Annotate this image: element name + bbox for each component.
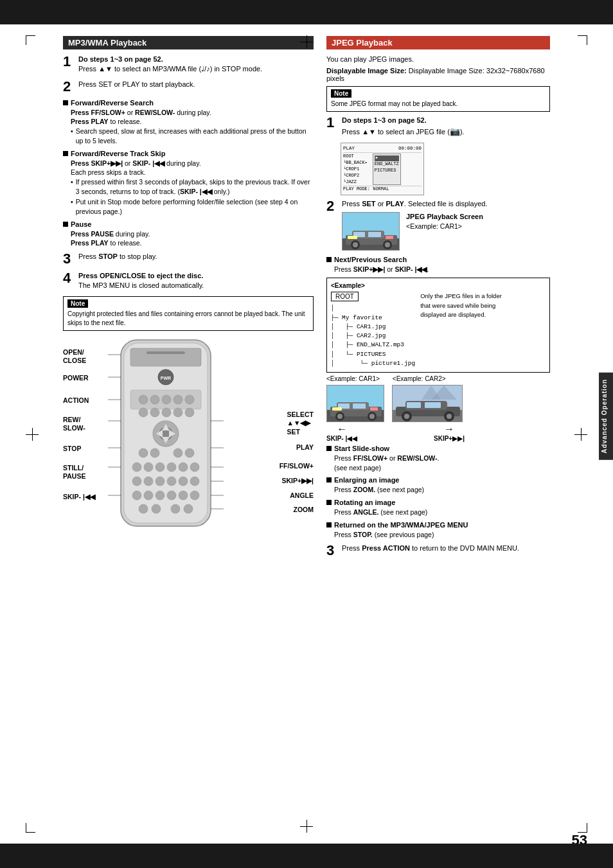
bullet-sq-jpeg-3 (326, 477, 332, 483)
svg-rect-2 (130, 348, 201, 366)
mp3-track-skip-bullet2: Put unit in Stop mode before performing … (71, 197, 314, 216)
svg-point-24 (150, 448, 159, 457)
svg-rect-73 (386, 236, 393, 239)
mp3-fwd-rev-search-body: Press FF/SLOW+ or REW/SLOW- during play.… (71, 108, 314, 146)
svg-point-14 (162, 408, 171, 417)
svg-point-31 (179, 463, 188, 472)
jpeg-step1: 1 Do steps 1~3 on page 52. Press ▲▼ to s… (326, 116, 550, 137)
svg-point-79 (337, 414, 342, 419)
jpeg-menu-screen: PLAY00:00:00 ROOT └BB_BACK• └CROP1 └CROP… (341, 143, 550, 195)
svg-point-7 (139, 395, 148, 404)
svg-point-47 (171, 504, 180, 513)
svg-point-93 (447, 414, 452, 419)
jpeg-example-label: <Example> (331, 282, 546, 289)
label-open-close: OPEN/CLOSE (63, 348, 86, 366)
svg-point-23 (139, 448, 148, 457)
jpeg-car-example-labels: <Example: CAR1> <Example: CAR2> (326, 375, 550, 382)
jpeg-return-title-text: Returned on the MP3/WMA/JPEG MENU (334, 521, 468, 529)
jpeg-skip-back-label: SKIP- |◀◀ (326, 435, 357, 442)
corner-mark-bl (26, 823, 35, 833)
bottom-bar (0, 844, 613, 868)
label-play: PLAY (296, 443, 314, 451)
svg-point-10 (173, 395, 182, 404)
mp3-track-skip-text: Press SKIP+▶▶| or SKIP- |◀◀ during play.… (71, 159, 314, 177)
jpeg-car1-thumb (326, 385, 384, 422)
jpeg-enlarge-title-text: Enlarging an image (334, 476, 399, 484)
remote-diagram: OPEN/CLOSE POWER ACTION REW/SLOW- STOP S… (63, 339, 314, 531)
mp3-pause-body: Press PAUSE during play. Press PLAY to r… (71, 229, 314, 248)
jpeg-next-prev-title: Next/Previous Search (326, 256, 550, 263)
svg-point-48 (184, 504, 193, 513)
label-stop: STOP (63, 445, 81, 452)
mp3-step1-content: Do steps 1~3 on page 52. Press ▲▼ to sel… (78, 55, 314, 75)
mp3-step1-text: Press ▲▼ to select an MP3/WMA file (♩/♪)… (78, 65, 262, 73)
jpeg-step2-num: 2 (326, 199, 338, 213)
jpeg-file-tree: ROOT │ ├─ My favorite │ ├─ CAR1.jpg │ ├─… (331, 292, 415, 368)
mp3-note: Note Copyright protected files and files… (63, 296, 314, 331)
jpeg-enlarge: Enlarging an image Press ZOOM. (see next… (326, 476, 550, 495)
jpeg-next-prev: Next/Previous Search Press SKIP+▶▶| or S… (326, 256, 550, 274)
mp3-step2-num: 2 (63, 80, 75, 94)
svg-point-28 (144, 463, 153, 472)
bullet-sq-1 (63, 100, 68, 105)
cross-top (300, 35, 313, 48)
jpeg-rotate: Rotating an image Press ANGLE. (see next… (326, 499, 550, 517)
mp3-step1: 1 Do steps 1~3 on page 52. Press ▲▼ to s… (63, 55, 314, 75)
jpeg-car2-label: <Example: CAR2> (393, 375, 446, 382)
jpeg-return-title: Returned on the MP3/WMA/JPEG MENU (326, 521, 550, 529)
jpeg-return: Returned on the MP3/WMA/JPEG MENU Press … (326, 521, 550, 540)
jpeg-example-layout: ROOT │ ├─ My favorite │ ├─ CAR1.jpg │ ├─… (331, 292, 546, 368)
side-tab: Advanced Operation (599, 373, 613, 460)
jpeg-step1-num: 1 (326, 116, 338, 130)
label-still-pause: STILL/PAUSE (63, 464, 85, 481)
svg-point-46 (152, 504, 161, 513)
mp3-track-skip-bullet1: If pressed within first 3 seconds of pla… (71, 177, 314, 196)
mp3-step4-bold: Press OPEN/CLOSE to eject the disc. (78, 272, 203, 279)
jpeg-root-node: ROOT (331, 292, 359, 301)
mp3-track-skip-title: Forward/Reverse Track Skip (63, 150, 314, 157)
jpeg-skip-back-area: ← SKIP- |◀◀ (326, 423, 357, 442)
jpeg-step2-text: Press SET or PLAY. Selected file is disp… (342, 200, 487, 208)
jpeg-rotate-title-text: Rotating an image (334, 499, 395, 506)
mp3-step1-bold: Do steps 1~3 on page 52. (78, 55, 163, 63)
svg-text:PWR: PWR (161, 376, 171, 380)
corner-mark-tr (578, 35, 587, 45)
svg-point-26 (185, 448, 194, 457)
svg-point-8 (150, 395, 159, 404)
mp3-section-header: MP3/WMA Playback (63, 36, 314, 49)
svg-point-36 (167, 477, 176, 486)
jpeg-car2-thumb (392, 385, 463, 422)
mp3-step2-text: Press SET or PLAY to start playback. (78, 80, 195, 88)
svg-rect-83 (353, 403, 366, 409)
jpeg-rotate-body: Press ANGLE. (see next page) (334, 508, 550, 517)
label-skip-back: SKIP- |◀◀ (63, 493, 95, 500)
mp3-section: MP3/WMA Playback 1 Do steps 1~3 on page … (63, 36, 314, 563)
svg-point-41 (155, 491, 164, 500)
mp3-fwd-rev-search: Forward/Reverse Search Press FF/SLOW+ or… (63, 99, 314, 146)
page-wrapper: Advanced Operation MP3/WMA Playback 1 Do… (0, 0, 613, 868)
jpeg-return-body: Press STOP. (see previous page) (334, 530, 550, 540)
svg-point-33 (132, 477, 141, 486)
jpeg-slideshow-body: Press FF/SLOW+ or REW/SLOW-. (see next p… (334, 454, 550, 472)
jpeg-screen-label-area: JPEG Playback Screen <Example: CAR1> (406, 212, 483, 231)
mp3-step4-content: Press OPEN/CLOSE to eject the disc. The … (78, 271, 314, 291)
mp3-step3-text: Press STOP to stop play. (78, 252, 157, 260)
jpeg-next-prev-body: Press SKIP+▶▶| or SKIP- |◀◀. (334, 265, 550, 274)
svg-point-13 (150, 408, 159, 417)
jpeg-car-thumb (342, 212, 400, 251)
jpeg-skip-fwd-area: → SKIP+▶▶| (434, 423, 465, 442)
mp3-fwd-rev-search-text: Press FF/SLOW+ or REW/SLOW- during play.… (71, 108, 314, 127)
jpeg-intro: You can play JPEG images. (326, 55, 550, 64)
svg-point-69 (385, 242, 390, 247)
jpeg-note: Note Some JPEG format may not be played … (326, 86, 550, 112)
label-zoom: ZOOM (294, 506, 314, 513)
jpeg-example-note: Only the JPEG files in a folder that wer… (420, 292, 510, 368)
svg-point-81 (369, 414, 375, 419)
svg-point-29 (155, 463, 164, 472)
svg-point-43 (179, 491, 188, 500)
jpeg-screen-label: JPEG Playback Screen (406, 212, 483, 222)
mp3-pause: Pause Press PAUSE during play. Press PLA… (63, 220, 314, 248)
svg-point-44 (190, 491, 199, 500)
cross-right (574, 428, 587, 441)
svg-point-67 (353, 242, 358, 247)
